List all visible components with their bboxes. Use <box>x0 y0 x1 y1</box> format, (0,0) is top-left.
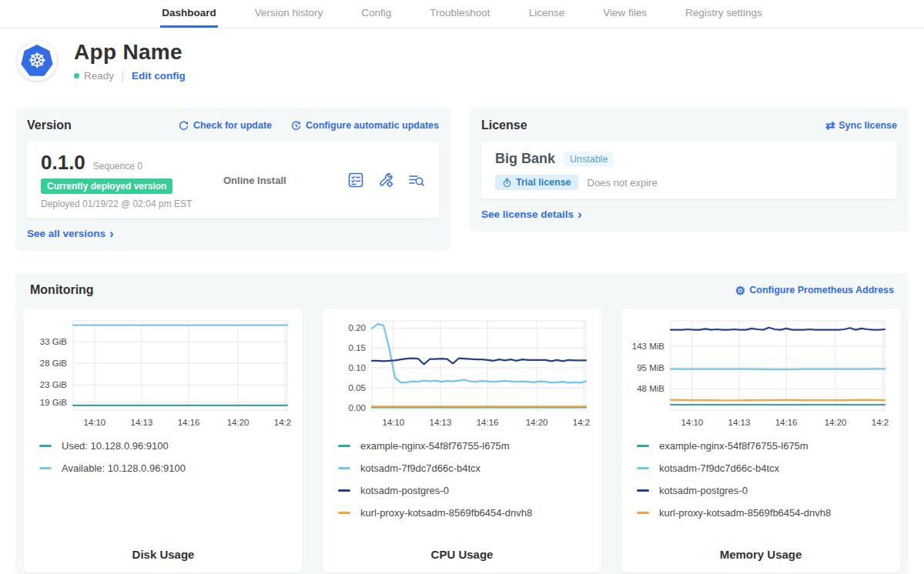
chevron-right-icon: › <box>578 211 582 219</box>
legend-item: kurl-proxy-kotsadm-8569fb6454-dnvh8 <box>637 507 889 519</box>
legend-item: Available: 10.128.0.96:9100 <box>39 462 292 474</box>
cpu-usage-card: 0.000.050.100.150.2014:1014:1314:1614:20… <box>323 309 601 572</box>
tab-version-history[interactable]: Version history <box>253 0 325 28</box>
license-title: License <box>481 118 527 132</box>
memory-usage-card: 48 MiB95 MiB143 MiB14:1014:1314:1614:201… <box>621 309 900 572</box>
tab-license[interactable]: License <box>527 0 567 28</box>
svg-text:14:20: 14:20 <box>825 418 847 427</box>
tab-view-files[interactable]: View files <box>601 0 648 28</box>
tab-troubleshoot[interactable]: Troubleshoot <box>428 0 491 28</box>
svg-text:0.20: 0.20 <box>349 323 366 332</box>
version-number: 0.1.0 <box>41 151 85 175</box>
license-panel-header: License ⇄ Sync license <box>481 118 897 132</box>
trial-license-label: Trial license <box>516 177 571 188</box>
trial-license-badge: Trial license <box>495 175 578 190</box>
chart-canvas: 0.000.050.100.150.2014:1014:1314:1614:20… <box>333 316 591 433</box>
legend-label: Used: 10.128.0.96:9100 <box>62 440 169 452</box>
configure-prometheus-link[interactable]: ⚙ Configure Prometheus Address <box>735 285 894 295</box>
app-name-title: App Name <box>74 40 186 65</box>
svg-text:14:10: 14:10 <box>83 418 105 427</box>
legend-label: kurl-proxy-kotsadm-8569fb6454-dnvh8 <box>360 507 532 519</box>
cpu-usage-legend: example-nginx-54f8f76755-l675mkotsadm-7f… <box>333 440 591 529</box>
refresh-icon <box>178 120 189 132</box>
tab-config[interactable]: Config <box>360 0 393 28</box>
legend-item: kotsadm-7f9dc7d66c-b4tcx <box>338 462 591 474</box>
sync-arrows-icon: ⇄ <box>825 118 835 132</box>
preflight-checks-icon[interactable] <box>347 172 364 189</box>
svg-text:14:13: 14:13 <box>728 418 751 427</box>
top-nav: Dashboard Version history Config Trouble… <box>0 0 924 28</box>
chart-canvas: 19 GiB23 GiB28 GiB33 GiB14:1014:1314:161… <box>35 316 292 433</box>
tab-dashboard[interactable]: Dashboard <box>160 0 218 28</box>
configure-automatic-updates-link[interactable]: Configure automatic updates <box>290 120 439 132</box>
legend-label: Available: 10.128.0.96:9100 <box>62 462 186 474</box>
legend-item: kurl-proxy-kotsadm-8569fb6454-dnvh8 <box>338 507 591 519</box>
disk-usage-card: 19 GiB23 GiB28 GiB33 GiB14:1014:1314:161… <box>24 309 303 572</box>
legend-item: example-nginx-54f8f76755-l675m <box>338 440 591 452</box>
see-license-details-label: See license details <box>481 209 574 220</box>
license-card: Big Bank Unstable Trial license Does not… <box>481 142 897 199</box>
currently-deployed-badge: Currently deployed version <box>41 179 172 194</box>
disk-usage-chart: 19 GiB23 GiB28 GiB33 GiB14:1014:1314:161… <box>35 316 292 433</box>
svg-text:14:23: 14:23 <box>274 418 292 427</box>
disk-usage-legend: Used: 10.128.0.96:9100Available: 10.128.… <box>35 440 292 485</box>
legend-dash <box>39 445 52 447</box>
app-info: App Name Ready Edit config <box>74 40 186 82</box>
svg-text:33 GiB: 33 GiB <box>40 337 67 346</box>
version-details: 0.1.0 Sequence 0 Currently deployed vers… <box>41 151 223 209</box>
version-links: Check for update Configure automatic upd… <box>178 120 439 132</box>
svg-text:28 GiB: 28 GiB <box>40 359 67 368</box>
svg-text:14:16: 14:16 <box>178 418 200 427</box>
legend-label: kotsadm-7f9dc7d66c-b4tcx <box>659 462 779 474</box>
legend-dash <box>39 467 52 469</box>
svg-text:14:23: 14:23 <box>872 418 889 427</box>
svg-text:14:13: 14:13 <box>430 418 452 427</box>
svg-text:14:13: 14:13 <box>131 418 153 427</box>
disk-usage-title: Disk Usage <box>35 548 292 565</box>
monitoring-panel: Monitoring ⚙ Configure Prometheus Addres… <box>15 273 909 574</box>
clock-refresh-icon <box>290 120 302 132</box>
svg-text:0.00: 0.00 <box>349 403 366 412</box>
svg-text:14:10: 14:10 <box>681 418 703 427</box>
see-all-versions-label: See all versions <box>27 228 105 239</box>
gear-icon: ⚙ <box>735 285 745 295</box>
license-expiration: Does not expire <box>588 177 658 189</box>
svg-text:19 GiB: 19 GiB <box>40 398 67 407</box>
svg-text:14:23: 14:23 <box>573 418 591 427</box>
check-for-update-link[interactable]: Check for update <box>178 120 272 132</box>
tab-registry-settings[interactable]: Registry settings <box>684 0 764 28</box>
legend-label: kotsadm-postgres-0 <box>659 485 748 496</box>
monitoring-title: Monitoring <box>30 283 94 297</box>
edit-config-link[interactable]: Edit config <box>132 70 186 82</box>
chart-canvas: 48 MiB95 MiB143 MiB14:1014:1314:1614:201… <box>632 316 889 433</box>
see-license-details-link[interactable]: See license details › <box>481 209 582 220</box>
install-type-label: Online Install <box>223 175 347 186</box>
legend-dash <box>637 445 649 447</box>
sync-license-link[interactable]: ⇄ Sync license <box>825 118 897 132</box>
view-logs-icon[interactable] <box>407 172 425 189</box>
legend-dash <box>338 445 350 447</box>
see-all-versions-link[interactable]: See all versions › <box>27 228 114 239</box>
legend-dash <box>338 512 350 514</box>
legend-item: example-nginx-54f8f76755-l675m <box>637 440 889 452</box>
svg-text:14:16: 14:16 <box>477 418 499 427</box>
svg-text:14:20: 14:20 <box>526 418 548 427</box>
ready-status-dot <box>74 73 79 78</box>
config-wrench-icon[interactable] <box>377 172 394 189</box>
version-title: Version <box>27 118 72 132</box>
memory-usage-legend: example-nginx-54f8f76755-l675mkotsadm-7f… <box>632 440 889 529</box>
svg-text:23 GiB: 23 GiB <box>40 380 67 389</box>
check-for-update-label: Check for update <box>193 120 272 131</box>
legend-label: example-nginx-54f8f76755-l675m <box>659 440 808 452</box>
svg-text:143 MiB: 143 MiB <box>632 342 665 351</box>
charts-row: 19 GiB23 GiB28 GiB33 GiB14:1014:1314:161… <box>23 309 901 572</box>
cards-row: Version Check for update Configure autom… <box>0 108 924 251</box>
svg-text:48 MiB: 48 MiB <box>637 384 665 393</box>
stopwatch-icon <box>502 178 512 188</box>
customer-name: Big Bank <box>495 151 555 167</box>
legend-item: kotsadm-postgres-0 <box>637 485 889 496</box>
svg-text:14:10: 14:10 <box>382 418 404 427</box>
legend-dash <box>637 512 649 514</box>
deployed-timestamp: Deployed 01/19/22 @ 02:04 pm EST <box>41 199 223 209</box>
svg-text:0.10: 0.10 <box>349 363 366 372</box>
